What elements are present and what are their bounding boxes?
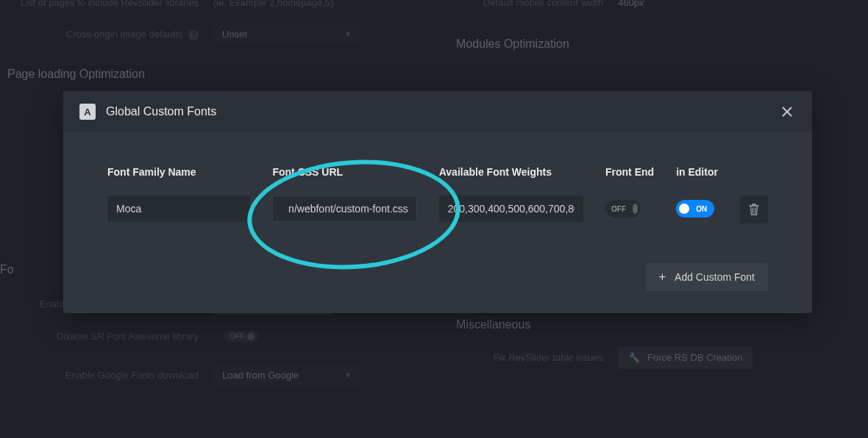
close-icon[interactable] — [778, 103, 796, 121]
font-url-input[interactable] — [272, 195, 416, 222]
plus-icon: + — [659, 270, 666, 284]
trash-icon — [749, 204, 759, 215]
font-icon: A — [79, 104, 96, 120]
font-weights-input[interactable] — [439, 195, 583, 222]
delete-font-button[interactable] — [740, 195, 768, 223]
font-family-label: Font Family Name — [107, 166, 250, 178]
global-custom-fonts-modal: A Global Custom Fonts Font Family Name F… — [63, 91, 812, 313]
font-url-label: Font CSS URL — [272, 166, 416, 178]
front-end-label: Front End — [605, 166, 654, 178]
in-editor-label: in Editor — [676, 166, 718, 178]
in-editor-toggle[interactable]: ON — [676, 200, 714, 218]
modal-header: A Global Custom Fonts — [63, 91, 812, 132]
modal-title: Global Custom Fonts — [106, 105, 216, 118]
font-family-input[interactable] — [107, 195, 250, 222]
add-custom-font-button[interactable]: + Add Custom Font — [646, 263, 768, 291]
front-end-toggle[interactable]: OFF — [605, 200, 641, 218]
font-weights-label: Available Font Weights — [439, 166, 583, 178]
